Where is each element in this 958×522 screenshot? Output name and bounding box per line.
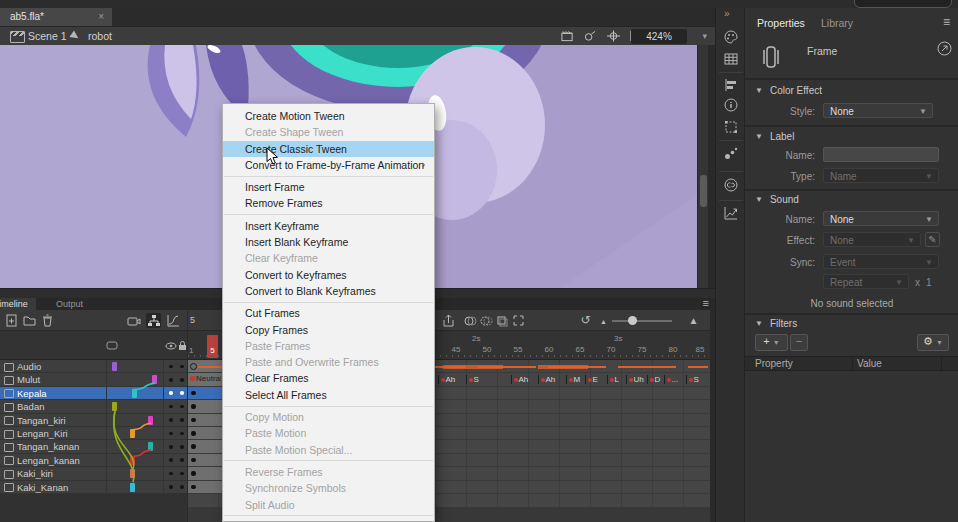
lock-dot[interactable] [180, 418, 184, 422]
lock-dot[interactable] [180, 445, 184, 449]
lock-dot[interactable] [180, 472, 184, 476]
menu-item-insert-keyframe[interactable]: Insert Keyframe [223, 218, 434, 234]
loop-icon[interactable]: ↺ [578, 313, 593, 328]
lock-dot[interactable] [180, 485, 184, 489]
menu-item-convert-to-frame-by-frame-animation[interactable]: Convert to Frame-by-Frame Animation› [223, 157, 434, 173]
visibility-dot[interactable] [169, 485, 173, 489]
filter-options-button[interactable]: ⚙ ▼ [917, 334, 949, 351]
visibility-dot[interactable] [169, 378, 173, 382]
parent-color-bar[interactable] [130, 483, 135, 492]
document-tab[interactable]: ab5.fla* × [0, 8, 112, 26]
info-icon[interactable] [721, 97, 741, 115]
zoom-chevron-icon[interactable]: ▾ [702, 31, 707, 41]
parent-color-bar[interactable] [148, 442, 153, 451]
sound-name-select[interactable]: None▼ [823, 211, 939, 226]
eye-icon[interactable] [165, 342, 177, 350]
collapse-panels-icon[interactable]: » [724, 8, 730, 19]
transform-icon[interactable] [721, 119, 741, 137]
slider-knob[interactable] [628, 316, 637, 325]
lipsync-keyframe[interactable]: E [585, 375, 598, 384]
lock-dot[interactable] [180, 405, 184, 409]
new-layer-icon[interactable] [4, 313, 19, 328]
tab-properties[interactable]: Properties [757, 14, 805, 32]
parent-color-bar[interactable] [112, 402, 117, 411]
section-label[interactable]: ▼Label [755, 131, 794, 142]
export-frame-icon[interactable] [441, 313, 456, 328]
menu-item-clear-frames[interactable]: Clear Frames [223, 370, 434, 386]
align-icon[interactable] [721, 77, 741, 95]
lock-dot[interactable] [180, 391, 184, 395]
panel-menu-icon[interactable]: ≡ [703, 297, 709, 309]
frame-span[interactable] [188, 481, 222, 493]
tab-timeline[interactable]: Timeline [0, 298, 36, 310]
lipsync-keyframe[interactable]: L [607, 375, 619, 384]
parent-color-bar[interactable] [148, 416, 153, 425]
frame-span[interactable] [188, 427, 222, 439]
frame-size-slider[interactable] [612, 320, 672, 322]
color-palette-icon[interactable] [721, 29, 741, 47]
add-filter-button[interactable]: + ▼ [755, 334, 788, 351]
search-input[interactable] [854, 0, 952, 8]
menu-item-insert-frame[interactable]: Insert Frame [223, 179, 434, 195]
center-frame-icon[interactable] [607, 30, 620, 42]
layer-row-kaki_kiri[interactable]: Kaki_kiri [0, 467, 188, 480]
parent-color-bar[interactable] [112, 362, 117, 371]
symbol-breadcrumb[interactable]: robot [88, 30, 112, 42]
frame-view-icon[interactable] [106, 341, 118, 350]
stage-vertical-scrollbar[interactable] [697, 45, 708, 288]
lipsync-keyframe[interactable]: Uh [626, 375, 644, 384]
visibility-dot[interactable] [169, 365, 173, 369]
swatches-icon[interactable] [721, 51, 741, 69]
layer-row-mulut[interactable]: Mulut [0, 373, 188, 386]
parent-color-bar[interactable] [130, 429, 135, 438]
lipsync-keyframe[interactable]: Ah [438, 375, 455, 384]
parent-color-bar[interactable] [130, 456, 135, 465]
new-folder-icon[interactable] [22, 313, 37, 328]
tab-output[interactable]: Output [48, 298, 91, 310]
scrollbar-thumb[interactable] [700, 175, 707, 207]
graph-editor-icon[interactable] [166, 313, 181, 328]
zoom-in-frames-icon[interactable]: ▲ [686, 313, 701, 328]
scene-breadcrumb[interactable]: Scene 1 [28, 30, 67, 42]
frame-span[interactable] [188, 414, 222, 426]
lock-icon[interactable] [178, 341, 187, 351]
visibility-dot[interactable] [169, 472, 173, 476]
edit-scene-icon[interactable] [561, 30, 574, 42]
menu-item-insert-blank-keyframe[interactable]: Insert Blank Keyframe [223, 234, 434, 250]
visibility-dot[interactable] [169, 418, 173, 422]
onion-skin-icon[interactable] [463, 313, 478, 328]
layer-row-badan[interactable]: Badan [0, 400, 188, 413]
layer-row-tangan_kiri[interactable]: Tangan_kiri [0, 414, 188, 427]
history-graph-icon[interactable] [721, 205, 741, 223]
visibility-dot[interactable] [169, 445, 173, 449]
frame-span[interactable] [188, 454, 222, 466]
lock-dot[interactable] [180, 432, 184, 436]
visibility-dot[interactable] [169, 405, 173, 409]
cc-libraries-icon[interactable] [721, 177, 741, 195]
section-sound[interactable]: ▼Sound [755, 194, 799, 205]
menu-item-convert-to-keyframes[interactable]: Convert to Keyframes [223, 267, 434, 283]
lipsync-keyframe[interactable]: Ah [538, 375, 555, 384]
parent-color-bar[interactable] [130, 469, 135, 478]
lipsync-keyframe[interactable]: Ah [511, 375, 528, 384]
frame-span[interactable] [188, 440, 222, 452]
edit-symbols-icon[interactable] [584, 30, 597, 42]
layer-parenting-icon[interactable] [146, 313, 161, 328]
lock-dot[interactable] [180, 458, 184, 462]
style-select[interactable]: None▼ [823, 103, 933, 118]
lipsync-keyframe[interactable]: ... [664, 375, 678, 384]
frame-span[interactable] [188, 400, 222, 412]
menu-item-convert-to-blank-keyframes[interactable]: Convert to Blank Keyframes [223, 283, 434, 299]
parent-color-bar[interactable] [152, 375, 157, 384]
section-filters[interactable]: ▼Filters [755, 318, 797, 329]
lock-dot[interactable] [180, 378, 184, 382]
panel-menu-icon[interactable]: ≡ [943, 15, 950, 29]
zoom-out-frames-icon[interactable]: ▲ [596, 313, 611, 328]
modify-markers-icon[interactable] [511, 313, 526, 328]
visibility-dot[interactable] [169, 432, 173, 436]
remove-filter-button[interactable]: − [790, 334, 808, 351]
tab-library[interactable]: Library [821, 14, 853, 32]
close-icon[interactable]: × [98, 8, 104, 26]
frame-span[interactable] [188, 467, 222, 479]
layer-row-kepala[interactable]: Kepala [0, 387, 188, 400]
